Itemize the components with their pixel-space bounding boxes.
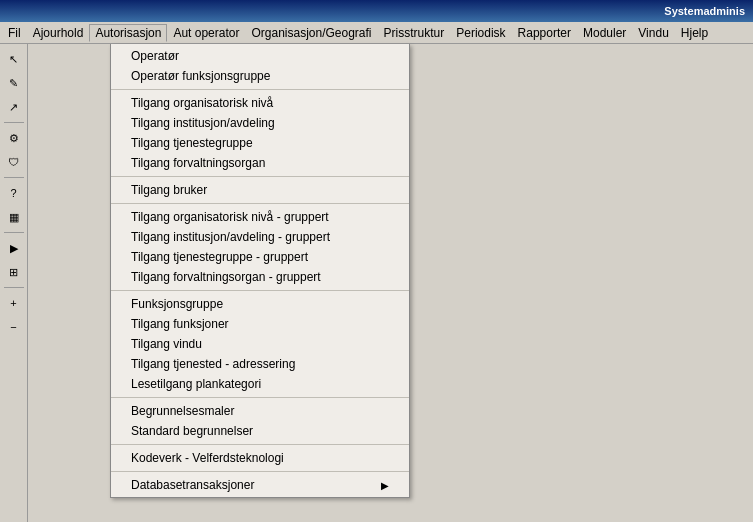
menu-rapporter[interactable]: Rapporter	[512, 24, 577, 42]
menu-tilgang-tjeneste-gruppert[interactable]: Tilgang tjenestegruppe - gruppert	[111, 247, 409, 267]
menu-hjelp[interactable]: Hjelp	[675, 24, 714, 42]
menu-ajourhold[interactable]: Ajourhold	[27, 24, 90, 42]
sidebar-edit-btn[interactable]: ✎	[3, 72, 25, 94]
menu-begrunnelsesmaler[interactable]: Begrunnelsesmaler	[111, 401, 409, 421]
menu-funksjonsgruppe[interactable]: Funksjonsgruppe	[111, 294, 409, 314]
menu-tilgang-forv[interactable]: Tilgang forvaltningsorgan	[111, 153, 409, 173]
menu-bar: Fil Ajourhold Autorisasjon Aut operator …	[0, 22, 753, 44]
menu-kodeverk[interactable]: Kodeverk - Velferdsteknologi	[111, 448, 409, 468]
sidebar-sep-1	[4, 122, 24, 123]
sidebar-select-btn[interactable]: ↗	[3, 96, 25, 118]
sep-5	[111, 397, 409, 398]
sep-7	[111, 471, 409, 472]
menu-tilgang-org[interactable]: Tilgang organisatorisk nivå	[111, 93, 409, 113]
menu-organisasjon[interactable]: Organisasjon/Geografi	[245, 24, 377, 42]
menu-standard-begrunnelser[interactable]: Standard begrunnelser	[111, 421, 409, 441]
sidebar-grid-btn[interactable]: ▦	[3, 206, 25, 228]
menu-tilgang-bruker[interactable]: Tilgang bruker	[111, 180, 409, 200]
sep-1	[111, 89, 409, 90]
databasetransaksjoner-label: Databasetransaksjoner	[131, 478, 254, 492]
sidebar-sep-2	[4, 177, 24, 178]
sidebar-cursor-btn[interactable]: ↖	[3, 48, 25, 70]
sidebar-help-btn[interactable]: ?	[3, 182, 25, 204]
menu-tilgang-org-gruppert[interactable]: Tilgang organisatorisk nivå - gruppert	[111, 207, 409, 227]
menu-operatør[interactable]: Operatør	[111, 46, 409, 66]
submenu-arrow-icon: ▶	[381, 480, 389, 491]
menu-autorisasjon[interactable]: Autorisasjon	[89, 24, 167, 42]
sidebar-gear-btn[interactable]: ⚙	[3, 127, 25, 149]
sep-3	[111, 203, 409, 204]
sidebar: ↖ ✎ ↗ ⚙ 🛡 ? ▦ ▶ ⊞ + −	[0, 44, 28, 522]
menu-databasetransaksjoner[interactable]: Databasetransaksjoner ▶	[111, 475, 409, 495]
menu-fil[interactable]: Fil	[2, 24, 27, 42]
title-text: Systemadminis	[664, 5, 745, 17]
menu-periodisk[interactable]: Periodisk	[450, 24, 511, 42]
menu-tilgang-tjeneste[interactable]: Tilgang tjenestegruppe	[111, 133, 409, 153]
sidebar-zoom-out-btn[interactable]: −	[3, 316, 25, 338]
menu-prisstruktur[interactable]: Prisstruktur	[378, 24, 451, 42]
menu-tilgang-funksjoner[interactable]: Tilgang funksjoner	[111, 314, 409, 334]
main-content: Operatør Operatør funksjonsgruppe Tilgan…	[28, 44, 753, 522]
app-container: ↖ ✎ ↗ ⚙ 🛡 ? ▦ ▶ ⊞ + − Operatør Operatør …	[0, 44, 753, 522]
sep-2	[111, 176, 409, 177]
sidebar-shield-btn[interactable]: 🛡	[3, 151, 25, 173]
sidebar-sep-3	[4, 232, 24, 233]
sep-6	[111, 444, 409, 445]
sidebar-chip-btn[interactable]: ⊞	[3, 261, 25, 283]
menu-tilgang-vindu[interactable]: Tilgang vindu	[111, 334, 409, 354]
menu-tilgang-inst[interactable]: Tilgang institusjon/avdeling	[111, 113, 409, 133]
menu-vindu[interactable]: Vindu	[632, 24, 674, 42]
sidebar-sep-4	[4, 287, 24, 288]
menu-tilgang-forv-gruppert[interactable]: Tilgang forvaltningsorgan - gruppert	[111, 267, 409, 287]
menu-tilgang-inst-gruppert[interactable]: Tilgang institusjon/avdeling - gruppert	[111, 227, 409, 247]
menu-operatør-funksjonsgruppe[interactable]: Operatør funksjonsgruppe	[111, 66, 409, 86]
menu-lesetilgang[interactable]: Lesetilgang plankategori	[111, 374, 409, 394]
sep-4	[111, 290, 409, 291]
autorisasjon-dropdown: Operatør Operatør funksjonsgruppe Tilgan…	[110, 44, 410, 498]
menu-aut-operator[interactable]: Aut operator	[167, 24, 245, 42]
menu-moduler[interactable]: Moduler	[577, 24, 632, 42]
sidebar-play-btn[interactable]: ▶	[3, 237, 25, 259]
title-bar: Systemadminis	[0, 0, 753, 22]
menu-tilgang-tjenested[interactable]: Tilgang tjenested - adressering	[111, 354, 409, 374]
sidebar-zoom-in-btn[interactable]: +	[3, 292, 25, 314]
